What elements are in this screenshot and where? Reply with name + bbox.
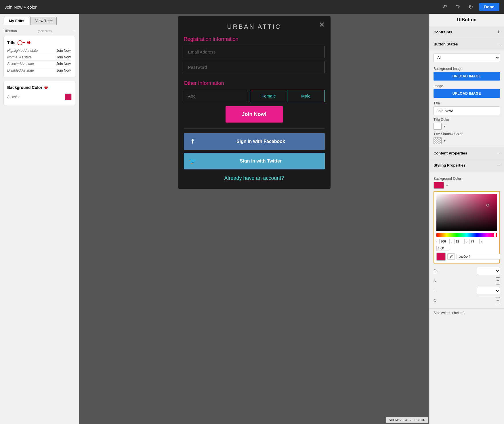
registration-label: Registration information	[184, 36, 325, 42]
bg-color-property-card: Background Color ⊖ As color	[3, 81, 75, 105]
c-add-row: C −	[434, 296, 500, 305]
alpha-input[interactable]	[436, 246, 449, 251]
hex-row: 🖊	[436, 253, 497, 261]
bg-color-card-header: Background Color ⊖	[7, 85, 72, 90]
main-layout: My Edits View Tree UIButton (selected) −…	[0, 14, 504, 424]
button-states-section-header[interactable]: Button States −	[429, 38, 504, 50]
bg-color-right-label: Background Color	[434, 177, 500, 181]
facebook-button[interactable]: f Sign in with Facebook	[184, 133, 325, 150]
tab-my-edits[interactable]: My Edits	[4, 17, 29, 25]
content-properties-toggle[interactable]: −	[497, 150, 500, 156]
title-color-swatch[interactable]	[434, 123, 442, 130]
styling-properties-header[interactable]: Styling Properties −	[429, 159, 504, 171]
refresh-button[interactable]: ↻	[466, 2, 476, 12]
gender-group: Female Male	[250, 90, 325, 102]
font-dropdown[interactable]	[477, 267, 500, 275]
facebook-label: Sign in with Facebook	[202, 139, 320, 144]
title-disabled-row: Disabled As state Join Now!	[7, 67, 72, 74]
component-label: UIButton	[3, 29, 17, 33]
done-button[interactable]: Done	[479, 3, 499, 11]
gradient-area[interactable]	[436, 194, 497, 231]
background-image-label: Background Image	[434, 67, 500, 71]
upload-image-button[interactable]: UPLOAD IMAGE	[434, 89, 500, 98]
close-phone-button[interactable]: ✕	[319, 21, 325, 29]
age-input[interactable]	[184, 90, 247, 102]
content-properties-label: Content Properties	[434, 151, 467, 155]
b-input[interactable]	[469, 239, 480, 244]
a-row-label: A	[434, 279, 436, 283]
title-card-label: Title	[7, 40, 16, 45]
topbar: Join Now + color ↶ ↷ ↻ Done	[0, 0, 504, 14]
styling-properties-body: Background Color ▼ r g b	[429, 171, 504, 309]
r-input[interactable]	[439, 239, 450, 244]
hex-color-preview	[436, 253, 446, 261]
selected-val: Join Now!	[56, 62, 72, 66]
male-button[interactable]: Male	[287, 90, 324, 102]
styling-properties-toggle[interactable]: −	[497, 162, 500, 168]
show-view-selector-button[interactable]: SHOW VIEW SELECTOR	[386, 417, 428, 423]
alpha-row	[436, 246, 497, 251]
eyedropper-button[interactable]: 🖊	[447, 253, 455, 260]
constraints-label: Contraints	[434, 30, 452, 34]
g-input[interactable]	[454, 239, 465, 244]
g-label: g	[451, 240, 453, 243]
upload-bg-image-button[interactable]: UPLOAD IMAGE	[434, 72, 500, 81]
join-now-button[interactable]: Join Now!	[226, 106, 283, 123]
gradient-cursor[interactable]	[486, 204, 489, 207]
undo-button[interactable]: ↶	[440, 2, 450, 12]
bg-color-right-swatch[interactable]	[434, 182, 444, 189]
title-color-label: Title Color	[434, 118, 500, 122]
a-add-button[interactable]: +	[496, 277, 500, 284]
collapse-button[interactable]: −	[73, 28, 75, 34]
button-states-dropdown[interactable]: All Normal Highlighted Selected Disabled	[434, 53, 500, 62]
font-add-row: Fo	[434, 266, 500, 276]
normal-key: Normal As state	[7, 55, 32, 59]
title-remove-circle[interactable]: ⊖	[27, 40, 30, 45]
redo-button[interactable]: ↷	[453, 2, 463, 12]
highlighted-key: Highlighted As state	[7, 49, 38, 53]
phone-app-title: URBAN ATTIC	[184, 23, 325, 30]
disabled-val: Join Now!	[56, 68, 72, 72]
l-row-label: L	[434, 289, 436, 293]
title-shadow-color-label: Title Shadow Color	[434, 132, 500, 136]
button-states-toggle[interactable]: −	[497, 41, 500, 47]
twitter-button[interactable]: 🐦 Sign in with Twitter	[184, 153, 325, 169]
title-right-input[interactable]	[434, 106, 500, 115]
email-input[interactable]	[184, 46, 325, 58]
title-color-row: ▼	[434, 123, 500, 130]
title-color-arrow[interactable]: ▼	[443, 125, 446, 128]
female-button[interactable]: Female	[250, 90, 288, 102]
title-shadow-arrow[interactable]: ▼	[443, 139, 446, 142]
r-label: r	[436, 240, 438, 243]
password-input[interactable]	[184, 61, 325, 73]
bg-color-swatch[interactable]	[65, 93, 72, 100]
bg-color-right-arrow[interactable]: ▼	[446, 184, 448, 187]
hex-input[interactable]	[457, 254, 500, 259]
disabled-key: Disabled As state	[7, 68, 34, 72]
normal-val: Join Now!	[56, 55, 72, 59]
title-property-card: Title ◯− ⊖ Highlighted As state Join Now…	[3, 36, 75, 77]
constraints-toggle[interactable]: +	[497, 29, 500, 35]
left-panel: My Edits View Tree UIButton (selected) −…	[0, 14, 79, 424]
c-minus-button[interactable]: −	[496, 297, 500, 304]
bg-color-label: Background Color	[7, 85, 42, 90]
l-dropdown[interactable]	[477, 287, 500, 295]
constraints-section-header[interactable]: Contraints +	[429, 26, 504, 38]
tab-bar: My Edits View Tree	[0, 14, 79, 25]
remove-bg-color-icon[interactable]: ⊖	[44, 85, 48, 90]
hue-cursor[interactable]	[494, 233, 496, 237]
highlighted-val: Join Now!	[56, 49, 72, 53]
already-text: Already have an account?	[184, 175, 325, 181]
remove-title-icon[interactable]: ◯−	[17, 40, 25, 45]
left-content: UIButton (selected) − Title ◯− ⊖ Highlig…	[0, 25, 79, 424]
tab-view-tree[interactable]: View Tree	[30, 17, 57, 25]
hue-bar[interactable]	[436, 233, 497, 237]
facebook-icon: f	[188, 138, 197, 145]
title-shadow-swatch[interactable]	[434, 137, 442, 144]
bg-color-key: As color	[7, 95, 20, 99]
bg-color-right-row: ▼	[434, 182, 500, 189]
a-label: a	[481, 240, 482, 243]
content-properties-header[interactable]: Content Properties −	[429, 147, 504, 159]
styling-properties-label: Styling Properties	[434, 163, 465, 167]
size-label: Size (width x height)	[429, 309, 504, 316]
